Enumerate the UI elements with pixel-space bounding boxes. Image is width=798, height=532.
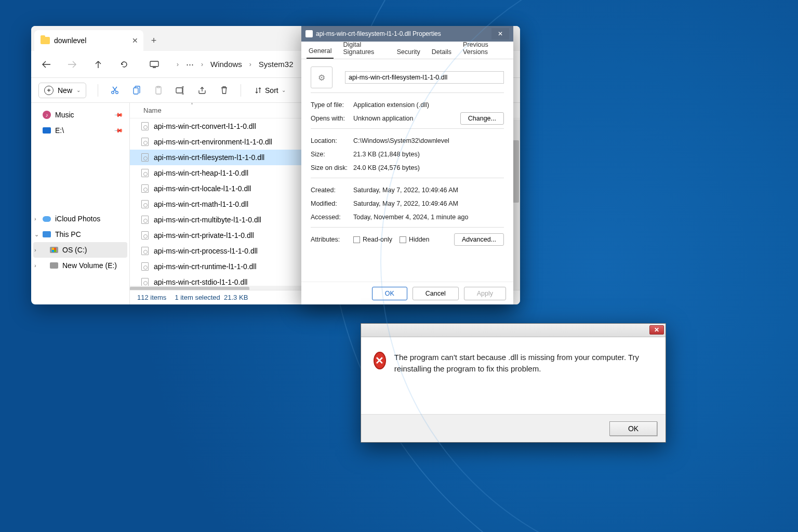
file-name: api-ms-win-crt-stdio-l1-1-0.dll bbox=[154, 278, 247, 286]
sort-button[interactable]: Sort ⌄ bbox=[255, 86, 286, 95]
sidebar-label: OS (C:) bbox=[62, 246, 87, 254]
add-tab-button[interactable]: + bbox=[143, 30, 164, 51]
refresh-button[interactable] bbox=[117, 58, 131, 71]
size-on-disk-value: 24.0 KB (24,576 bytes) bbox=[353, 164, 504, 171]
copy-icon[interactable] bbox=[131, 85, 142, 96]
separator bbox=[98, 84, 98, 97]
modified-value: Saturday, May 7, 2022, 10:49:46 AM bbox=[353, 200, 504, 207]
breadcrumb-ellipsis[interactable]: ⋯ bbox=[186, 60, 194, 69]
expand-icon[interactable]: › bbox=[34, 247, 36, 253]
dll-icon bbox=[141, 216, 149, 224]
sidebar-item[interactable]: ›OS (C:) bbox=[33, 242, 127, 258]
opens-value: Unknown application bbox=[353, 115, 460, 122]
expand-icon[interactable]: › bbox=[34, 216, 36, 222]
file-name: api-ms-win-crt-convert-l1-1-0.dll bbox=[154, 122, 256, 130]
forward-button[interactable] bbox=[65, 58, 79, 71]
label: Type of file: bbox=[311, 101, 353, 109]
location-value: C:\Windows\System32\downlevel bbox=[353, 137, 504, 144]
up-button[interactable] bbox=[91, 58, 105, 71]
readonly-checkbox[interactable] bbox=[353, 236, 360, 243]
dialog-footer: OK bbox=[361, 414, 666, 442]
cancel-button[interactable]: Cancel bbox=[413, 287, 459, 300]
error-message: The program can't start because .dll is … bbox=[394, 352, 653, 375]
dll-icon bbox=[141, 184, 149, 193]
sidebar-item[interactable]: ›iCloud Photos bbox=[33, 211, 127, 227]
dll-icon bbox=[141, 122, 149, 130]
breadcrumb-item[interactable]: Windows bbox=[210, 60, 242, 69]
vertical-scrollbar[interactable] bbox=[512, 119, 520, 292]
share-icon[interactable] bbox=[197, 85, 207, 96]
sidebar-item[interactable]: ⌄This PC bbox=[33, 227, 127, 242]
item-count: 112 items bbox=[137, 294, 166, 301]
titlebar[interactable]: ✕ bbox=[361, 324, 666, 337]
new-button[interactable]: + New ⌄ bbox=[38, 83, 86, 98]
tab-strip: General Digital Signatures Security Deta… bbox=[301, 42, 513, 59]
apply-button[interactable]: Apply bbox=[464, 287, 506, 300]
titlebar[interactable]: api-ms-win-crt-filesystem-l1-1-0.dll Pro… bbox=[301, 26, 513, 42]
tab-details[interactable]: Details bbox=[430, 44, 454, 59]
file-name: api-ms-win-crt-process-l1-1-0.dll bbox=[154, 247, 258, 255]
sidebar-item[interactable]: E:\📌 bbox=[33, 123, 127, 138]
paste-icon[interactable] bbox=[153, 85, 164, 96]
sidebar-label: Music bbox=[55, 111, 74, 119]
separator bbox=[241, 84, 241, 97]
expand-icon[interactable]: ⌄ bbox=[34, 231, 39, 238]
filename-input[interactable] bbox=[345, 71, 504, 84]
sidebar-label: This PC bbox=[55, 230, 81, 238]
svg-point-2 bbox=[116, 91, 118, 94]
disk-icon bbox=[50, 247, 58, 253]
breadcrumb-item[interactable]: System32 bbox=[259, 60, 294, 69]
monitor-icon[interactable] bbox=[148, 58, 161, 71]
file-name: api-ms-win-crt-private-l1-1-0.dll bbox=[154, 231, 254, 240]
file-name: api-ms-win-crt-filesystem-l1-1-0.dll bbox=[154, 153, 264, 162]
tab-previous-versions[interactable]: Previous Versions bbox=[461, 37, 508, 59]
tab-digital-signatures[interactable]: Digital Signatures bbox=[341, 37, 387, 59]
tab-close-icon[interactable]: ✕ bbox=[132, 36, 138, 45]
sort-label: Sort bbox=[265, 86, 278, 95]
pin-icon: 📌 bbox=[113, 110, 123, 119]
change-button[interactable]: Change... bbox=[460, 112, 504, 125]
advanced-button[interactable]: Advanced... bbox=[454, 233, 504, 246]
label: Accessed: bbox=[311, 214, 353, 221]
sort-icon bbox=[255, 87, 262, 94]
file-type-icon: ⚙ bbox=[311, 66, 332, 88]
expand-icon[interactable]: › bbox=[34, 262, 36, 269]
dll-icon bbox=[141, 200, 149, 208]
command-bar: + New ⌄ Sort ⌄ bbox=[31, 78, 520, 103]
ok-button[interactable]: OK bbox=[372, 287, 407, 300]
sort-arrow-icon: ˄ bbox=[191, 102, 193, 108]
disk-icon bbox=[50, 262, 58, 269]
breadcrumb[interactable]: › ⋯ › Windows › System32 bbox=[177, 60, 294, 69]
chevron-right-icon: › bbox=[177, 61, 179, 68]
close-button[interactable]: ✕ bbox=[649, 325, 664, 335]
tab-general[interactable]: General bbox=[307, 43, 334, 59]
error-icon: ✕ bbox=[374, 352, 386, 369]
svg-rect-6 bbox=[176, 88, 182, 93]
label: Size: bbox=[311, 151, 353, 158]
label: Attributes: bbox=[311, 236, 353, 243]
chevron-right-icon: › bbox=[201, 61, 203, 68]
back-button[interactable] bbox=[39, 58, 53, 71]
tab-security[interactable]: Security bbox=[395, 44, 422, 59]
delete-icon[interactable] bbox=[219, 85, 229, 96]
drive-icon bbox=[43, 127, 51, 134]
file-name: api-ms-win-crt-heap-l1-1-0.dll bbox=[154, 169, 248, 177]
scroll-thumb[interactable] bbox=[513, 140, 519, 203]
dll-icon bbox=[141, 247, 149, 255]
chevron-down-icon: ⌄ bbox=[76, 87, 81, 93]
sidebar-item[interactable]: ›New Volume (E:) bbox=[33, 258, 127, 273]
file-name: api-ms-win-crt-environment-l1-1-0.dll bbox=[154, 138, 272, 146]
label: Created: bbox=[311, 187, 353, 194]
hidden-checkbox[interactable] bbox=[400, 236, 406, 243]
sidebar-label: iCloud Photos bbox=[55, 215, 100, 223]
file-explorer-window: downlevel ✕ + › ⋯ › Windows › System32 bbox=[31, 26, 520, 304]
file-name: api-ms-win-crt-math-l1-1-0.dll bbox=[154, 200, 248, 208]
music-icon: ♪ bbox=[43, 111, 51, 119]
properties-dialog: api-ms-win-crt-filesystem-l1-1-0.dll Pro… bbox=[301, 26, 513, 304]
close-button[interactable]: ✕ bbox=[491, 28, 509, 39]
sidebar-item[interactable]: ♪Music📌 bbox=[33, 107, 127, 123]
tab-downlevel[interactable]: downlevel ✕ bbox=[34, 30, 143, 51]
cut-icon[interactable] bbox=[110, 85, 120, 96]
ok-button[interactable]: OK bbox=[609, 421, 657, 436]
rename-icon[interactable] bbox=[175, 85, 185, 96]
